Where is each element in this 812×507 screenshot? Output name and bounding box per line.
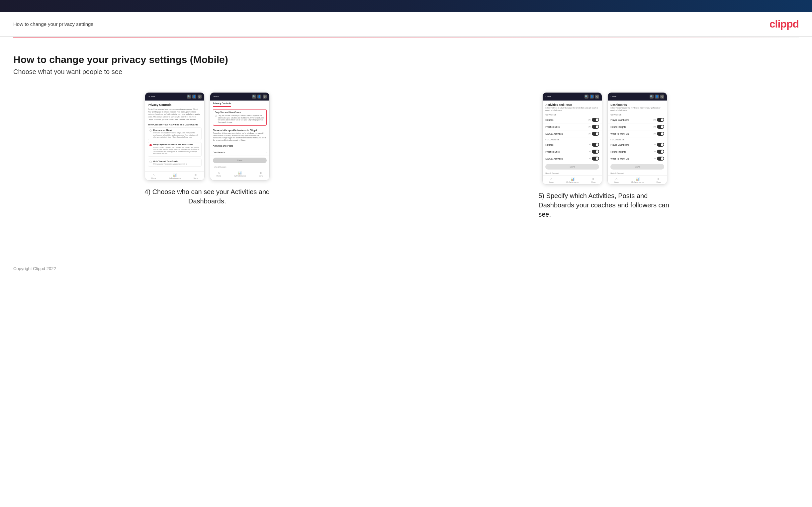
screen1-option-coach[interactable]: Only You and Your Coach Only you and the… xyxy=(148,159,202,167)
screen2-body: Privacy Controls Only You and Your Coach… xyxy=(210,101,269,169)
screen4-coaches-round-insights: Round Insights ON xyxy=(608,123,667,130)
screen2-tab[interactable]: Privacy Controls xyxy=(213,101,232,107)
screen2-back[interactable]: ‹ Back xyxy=(213,96,219,98)
screen1-option-followers[interactable]: Only Approved Followers and Your Coach O… xyxy=(148,142,202,157)
screen3-help[interactable]: Help & Support xyxy=(543,171,602,175)
followers-rounds-toggle[interactable] xyxy=(592,143,599,147)
radio-dropdown[interactable] xyxy=(215,115,217,117)
settings-icon-3[interactable]: ⚙ xyxy=(595,95,599,99)
screen4-save-button[interactable]: Save xyxy=(610,164,664,170)
phone-screen-4: ‹ Back 🔍 👤 ⚙ Dashboards Select the dashb… xyxy=(607,92,667,184)
search-icon[interactable]: 🔍 xyxy=(187,95,191,99)
coaches-what-to-work-toggle-wrapper: ON xyxy=(653,132,664,136)
coaches-rounds-toggle[interactable] xyxy=(592,118,599,122)
screen3-title: Activities and Posts xyxy=(543,102,602,107)
radio-everyone[interactable] xyxy=(149,129,152,132)
followers-player-toggle[interactable] xyxy=(657,143,664,147)
screen3-bottom-nav: ⌂ Home 📊 My Performance ≡ Menu xyxy=(543,175,602,184)
coaches-round-insights-label: Round Insights xyxy=(610,126,626,128)
settings-icon-4[interactable]: ⚙ xyxy=(660,95,664,99)
person-icon-2[interactable]: 👤 xyxy=(257,95,261,99)
settings-icon-2[interactable]: ⚙ xyxy=(263,95,267,99)
screen2-save-button[interactable]: Save xyxy=(213,158,267,163)
nav-menu-label-2: Menu xyxy=(259,175,263,177)
nav-menu-1[interactable]: ≡ Menu xyxy=(194,173,198,179)
followers-drills-toggle[interactable] xyxy=(592,150,599,154)
caption-left: 4) Choose who can see your Activities an… xyxy=(141,187,274,206)
followers-manual-toggle-wrapper: ON xyxy=(588,157,599,161)
screen3-back[interactable]: ‹ Back xyxy=(545,96,551,98)
nav-performance-1[interactable]: 📊 My Performance xyxy=(169,173,181,179)
screen3-body: Activities and Posts Select the types of… xyxy=(543,101,602,175)
coaches-round-insights-toggle[interactable] xyxy=(657,125,664,129)
screen2-activities-item[interactable]: Activities and Posts › xyxy=(210,143,269,149)
screen3-save-button[interactable]: Save xyxy=(545,164,599,170)
screen3-coaches-manual: Manual Activities ON xyxy=(543,130,602,137)
nav-home-2[interactable]: ⌂ Home xyxy=(216,171,221,177)
nav-performance-3[interactable]: 📊 My Performance xyxy=(566,177,578,183)
screen4-back[interactable]: ‹ Back xyxy=(610,96,616,98)
screen2-header-icons: 🔍 👤 ⚙ xyxy=(252,95,267,99)
nav-performance-label-3: My Performance xyxy=(566,181,578,183)
followers-manual-toggle[interactable] xyxy=(592,157,599,161)
followers-round-insights-toggle[interactable] xyxy=(657,150,664,154)
nav-home-label-4: Home xyxy=(614,181,618,183)
coaches-drills-toggle[interactable] xyxy=(592,125,599,129)
screen1-bottom-nav: ⌂ Home 📊 My Performance ≡ Menu xyxy=(145,171,204,180)
radio-followers[interactable] xyxy=(149,144,152,146)
screen2-help[interactable]: Help & Support xyxy=(210,165,269,169)
option-followers-title: Only Approved Followers and Your Coach xyxy=(153,144,200,146)
screen3-coaches-drills: Practice Drills ON xyxy=(543,123,602,130)
nav-home-3[interactable]: ⌂ Home xyxy=(549,177,553,183)
nav-performance-4[interactable]: 📊 My Performance xyxy=(631,177,644,183)
followers-drills-label: Practice Drills xyxy=(545,151,560,153)
search-icon-3[interactable]: 🔍 xyxy=(585,95,589,99)
screen2-dashboards-item[interactable]: Dashboards › xyxy=(210,149,269,156)
settings-icon[interactable]: ⚙ xyxy=(198,95,202,99)
screenshot-pair-left: ‹ < Back 🔍 👤 ⚙ Privacy Controls Control xyxy=(145,92,270,180)
performance-icon-4: 📊 xyxy=(636,177,640,181)
nav-performance-2[interactable]: 📊 My Performance xyxy=(234,171,246,177)
radio-coach[interactable] xyxy=(149,161,152,163)
nav-menu-2[interactable]: ≡ Menu xyxy=(259,171,263,177)
top-gradient-bar xyxy=(0,0,812,12)
coaches-manual-toggle[interactable] xyxy=(592,132,599,136)
screen1-option-everyone[interactable]: Everyone on Clippd Everyone on Clippd ca… xyxy=(148,127,202,140)
screen3-coaches-rounds: Rounds ON xyxy=(543,116,602,123)
search-icon-2[interactable]: 🔍 xyxy=(252,95,256,99)
screen3-coaches-label: COACHES xyxy=(543,112,602,116)
nav-performance-label-1: My Performance xyxy=(169,177,181,179)
menu-icon-3: ≡ xyxy=(593,177,595,181)
screen2-dropdown-option: Only you and the coaches you connect wit… xyxy=(215,114,265,123)
screen4-desc: Select the dashboards that you'd like to… xyxy=(608,107,667,112)
person-icon-3[interactable]: 👤 xyxy=(590,95,594,99)
screen4-help[interactable]: Help & Support xyxy=(608,171,667,175)
screen2-section-desc: Regardless of the privacy controls that … xyxy=(210,132,269,143)
option-everyone-title: Everyone on Clippd xyxy=(153,129,200,131)
phone-screen-2: ‹ Back 🔍 👤 ⚙ Privacy Controls xyxy=(210,92,270,180)
nav-home-1[interactable]: ⌂ Home xyxy=(151,173,156,179)
nav-menu-4[interactable]: ≡ Menu xyxy=(656,177,661,183)
followers-manual-label: Manual Activities xyxy=(545,158,563,160)
coaches-player-toggle[interactable] xyxy=(657,118,664,122)
followers-what-to-work-toggle[interactable] xyxy=(657,157,664,161)
person-icon[interactable]: 👤 xyxy=(192,95,196,99)
coaches-player-toggle-wrapper: ON xyxy=(653,118,664,122)
screen1-back[interactable]: ‹ < Back xyxy=(148,96,155,98)
nav-menu-label-1: Menu xyxy=(194,177,198,179)
nav-home-4[interactable]: ⌂ Home xyxy=(614,177,618,183)
screen1-section-title: Privacy Controls xyxy=(148,103,202,107)
footer-copyright: Copyright Clippd 2022 xyxy=(13,266,56,271)
person-icon-4[interactable]: 👤 xyxy=(655,95,659,99)
nav-menu-3[interactable]: ≡ Menu xyxy=(591,177,596,183)
followers-what-to-work-toggle-wrapper: ON xyxy=(653,157,664,161)
option-coach-title: Only You and Your Coach xyxy=(153,160,187,162)
screen3-followers-rounds: Rounds ON xyxy=(543,142,602,148)
performance-icon-2: 📊 xyxy=(238,171,242,174)
screen2-bottom-nav: ⌂ Home 📊 My Performance ≡ Menu xyxy=(210,169,269,178)
screen4-coaches-what-to-work: What To Work On ON xyxy=(608,130,667,137)
search-icon-4[interactable]: 🔍 xyxy=(650,95,654,99)
screenshot-pair-right: ‹ Back 🔍 👤 ⚙ Activities and Posts Select… xyxy=(542,92,667,184)
coaches-what-to-work-toggle[interactable] xyxy=(657,132,664,136)
screen4-coaches-player: Player Dashboard ON xyxy=(608,116,667,123)
